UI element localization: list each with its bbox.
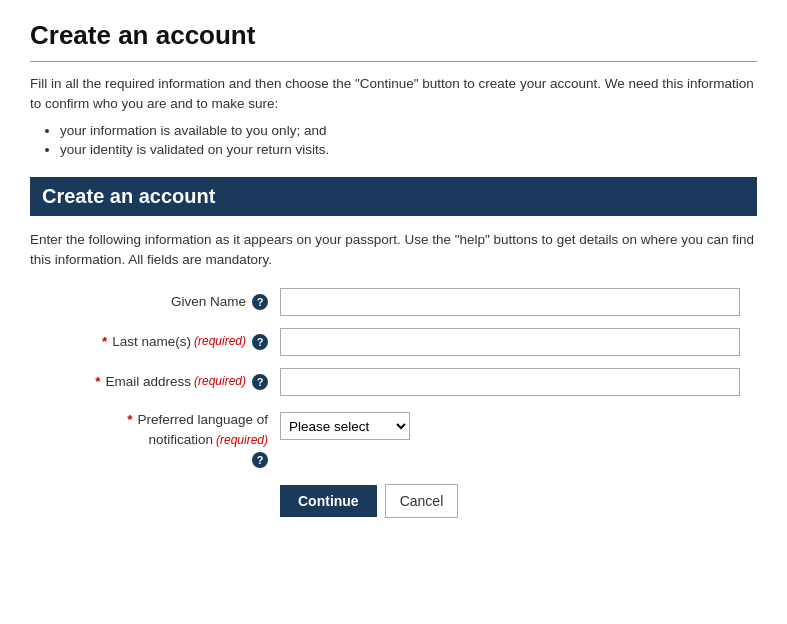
intro-paragraph: Fill in all the required information and…: [30, 74, 757, 115]
last-name-required-label: (required): [194, 334, 246, 348]
lang-label-bottom: notification (required): [148, 432, 268, 447]
last-name-required-star: *: [102, 334, 107, 349]
last-name-label-cell: * Last name(s) (required) ?: [30, 328, 280, 350]
email-help-icon[interactable]: ?: [252, 374, 268, 390]
lang-input-cell: Please select English French: [280, 408, 757, 440]
given-name-label: Given Name: [171, 294, 246, 309]
email-label-cell: * Email address (required) ?: [30, 368, 280, 390]
bullet-list: your information is available to you onl…: [60, 123, 757, 157]
bullet-item-2: your identity is validated on your retur…: [60, 142, 757, 157]
last-name-row: * Last name(s) (required) ?: [30, 328, 757, 356]
email-input[interactable]: [280, 368, 740, 396]
email-required-label: (required): [194, 374, 246, 388]
button-row: Continue Cancel: [280, 484, 757, 518]
given-name-input[interactable]: [280, 288, 740, 316]
lang-select[interactable]: Please select English French: [280, 412, 410, 440]
email-input-cell: [280, 368, 757, 396]
lang-label-line2: notification: [148, 432, 213, 447]
continue-button[interactable]: Continue: [280, 485, 377, 517]
last-name-input-cell: [280, 328, 757, 356]
email-label: Email address: [105, 374, 191, 389]
bullet-item-1: your information is available to you onl…: [60, 123, 757, 138]
section-header: Create an account: [30, 177, 757, 216]
given-name-input-cell: [280, 288, 757, 316]
page-title: Create an account: [30, 20, 757, 51]
lang-required-star: *: [127, 412, 132, 427]
lang-label-top: * Preferred language of: [127, 412, 268, 427]
given-name-label-cell: Given Name ?: [30, 288, 280, 310]
given-name-row: Given Name ?: [30, 288, 757, 316]
lang-help-icon[interactable]: ?: [252, 452, 268, 468]
lang-label-cell: * Preferred language of notification (re…: [30, 408, 280, 468]
last-name-label: Last name(s): [112, 334, 191, 349]
email-required-star: *: [95, 374, 100, 389]
lang-row: * Preferred language of notification (re…: [30, 408, 757, 468]
divider: [30, 61, 757, 62]
lang-required-label: (required): [216, 433, 268, 447]
last-name-input[interactable]: [280, 328, 740, 356]
email-row: * Email address (required) ?: [30, 368, 757, 396]
lang-label-line1: Preferred language of: [137, 412, 268, 427]
page-container: Create an account Fill in all the requir…: [0, 0, 787, 624]
last-name-help-icon[interactable]: ?: [252, 334, 268, 350]
cancel-button[interactable]: Cancel: [385, 484, 459, 518]
section-desc: Enter the following information as it ap…: [30, 230, 757, 271]
given-name-help-icon[interactable]: ?: [252, 294, 268, 310]
